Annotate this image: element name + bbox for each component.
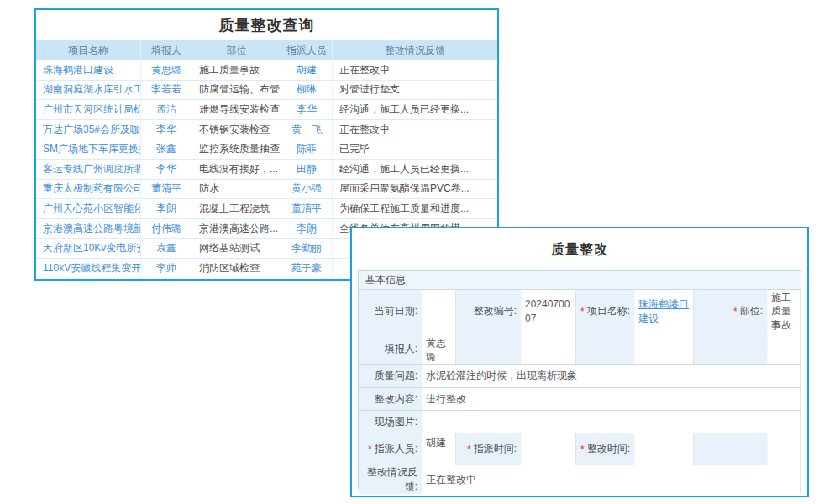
project-link[interactable]: 重庆太极制药有限公司亳州 [36, 180, 141, 199]
empty-field[interactable] [635, 333, 694, 364]
assignee-link[interactable]: 陈菲 [281, 139, 333, 159]
site-photo-label: 现场图片: [359, 411, 423, 433]
site-photo-field[interactable] [423, 411, 801, 433]
feedback-cell: 对管进行垫支 [333, 81, 497, 100]
reporter-link[interactable]: 李华 [141, 160, 192, 179]
required-asterisk: * [467, 444, 471, 455]
table-row: 珠海鹤港口建设 黄思璐 施工质量事故 胡建 正在整改中 [36, 60, 497, 81]
form-row: *指派人员: 胡建 *指派时间: *整改时间: [359, 433, 801, 465]
location-cell: 不锈钢安装检查 [192, 120, 281, 139]
query-panel-title: 质量整改查询 [36, 10, 497, 40]
empty-label [694, 433, 768, 465]
project-link[interactable]: 湖南洞庭湖水库引水工程施工 [36, 81, 141, 100]
project-link[interactable]: 110kV安徽线程集变开断线 [36, 259, 141, 279]
form-row: 整改内容: 进行整改 [359, 388, 801, 411]
empty-label [456, 333, 522, 364]
assign-time-label: *指派时间: [456, 433, 522, 465]
feedback-cell: 正在整改中 [333, 120, 497, 139]
assignee-link[interactable]: 李朗 [281, 219, 333, 239]
location-cell: 防腐管运输、布管 [192, 81, 281, 100]
rectification-content-field[interactable]: 进行整改 [423, 388, 801, 410]
project-name-field[interactable]: 珠海鹤港口建设 [635, 290, 694, 333]
assignee-field[interactable]: 胡建 [423, 433, 456, 465]
reporter-link[interactable]: 李若若 [141, 81, 192, 100]
assignee-link[interactable]: 李勤丽 [281, 239, 333, 258]
reporter-link[interactable]: 张鑫 [141, 139, 192, 159]
project-link[interactable]: 广州天心苑小区智能化系统 [36, 199, 141, 218]
section-header-basic-info: 基本信息 [359, 271, 801, 290]
query-table-header: 项目名称 填报人 部位 指派人员 整改情况反馈 [36, 40, 497, 60]
feedback-field[interactable]: 正在整改中 [423, 465, 801, 494]
feedback-label: 整改情况反馈: [359, 465, 423, 494]
assignee-label: *指派人员: [359, 433, 423, 465]
assignee-link[interactable]: 胡建 [281, 60, 333, 80]
reporter-field[interactable]: 黄思璐 [423, 333, 456, 364]
assign-time-field[interactable] [522, 433, 576, 465]
feedback-cell: 经沟通，施工人员已经更换... [333, 100, 497, 119]
location-cell: 消防区域检查 [192, 259, 281, 279]
required-asterisk: * [733, 306, 738, 318]
assignee-link[interactable]: 董清平 [281, 199, 333, 218]
feedback-cell: 已完毕 [333, 139, 497, 159]
location-cell: 京港澳高速公路... [192, 219, 281, 239]
reporter-link[interactable]: 孟洁 [141, 100, 192, 119]
reporter-label: 填报人: [359, 333, 423, 364]
project-link[interactable]: 广州市天河区统计局机房改造 [36, 100, 141, 119]
empty-field[interactable] [522, 333, 576, 364]
assignee-link[interactable]: 田静 [281, 160, 333, 179]
location-cell: 监控系统质量抽查 [192, 139, 281, 159]
rectification-code-field[interactable]: 2024070007 [522, 290, 576, 333]
required-asterisk: * [368, 444, 372, 455]
location-cell: 防水 [192, 180, 281, 199]
required-asterisk: * [580, 306, 585, 318]
project-link[interactable]: 珠海鹤港口建设 [36, 60, 141, 80]
fix-time-field[interactable] [635, 433, 694, 465]
column-header-location: 部位 [192, 40, 281, 60]
current-date-field[interactable] [423, 290, 456, 333]
reporter-link[interactable]: 李朗 [141, 199, 192, 218]
reporter-link[interactable]: 李华 [141, 120, 192, 139]
feedback-cell: 屋面采用聚氨酯保温PVC卷... [333, 180, 497, 199]
quality-issue-label: 质量问题: [359, 365, 423, 387]
empty-label [694, 333, 768, 364]
project-link[interactable]: 客运专线广州调度所装修项目 [36, 160, 141, 179]
feedback-cell: 正在整改中 [333, 60, 497, 80]
quality-rectification-detail-panel: 质量整改 基本信息 当前日期: 整改编号: 2024070007 *项目名称: … [350, 227, 809, 497]
reporter-link[interactable]: 李帅 [141, 259, 192, 279]
location-cell: 施工质量事故 [192, 60, 281, 80]
quality-issue-field[interactable]: 水泥砼灌注的时候，出现离析现象 [423, 365, 801, 387]
location-cell: 混凝土工程浇筑 [192, 199, 281, 218]
project-link[interactable]: 天府新区10Kv变电所安装工程 [36, 239, 141, 258]
form-row: 整改情况反馈: 正在整改中 [359, 465, 801, 494]
form-row: 现场图片: [359, 411, 801, 433]
reporter-link[interactable]: 袁鑫 [141, 239, 192, 258]
assignee-link[interactable]: 苑子豪 [281, 259, 333, 279]
assignee-link[interactable]: 李华 [281, 100, 333, 119]
location-cell: 网络基站测试 [192, 239, 281, 258]
project-link[interactable]: 万达广场35#会所及咖啡厅 [36, 120, 141, 139]
location-field[interactable]: 施工质量事故 [768, 290, 801, 333]
form-row: 质量问题: 水泥砼灌注的时候，出现离析现象 [359, 365, 801, 388]
project-link[interactable]: 京港澳高速公路粤境韶关至 [36, 219, 141, 239]
empty-field[interactable] [768, 433, 801, 465]
fix-time-label: *整改时间: [576, 433, 635, 465]
assignee-link[interactable]: 黄小强 [281, 180, 333, 199]
reporter-link[interactable]: 黄思璐 [141, 60, 192, 80]
feedback-cell: 为确保工程施工质量和进度... [333, 199, 497, 218]
table-row: 客运专线广州调度所装修项目 李华 电线没有接好，... 田静 经沟通，施工人员已… [36, 160, 497, 180]
reporter-link[interactable]: 付伟璐 [141, 219, 192, 239]
project-link[interactable]: 珠海鹤港口建设 [638, 297, 690, 326]
assignee-link[interactable]: 柳琳 [281, 81, 333, 100]
reporter-link[interactable]: 董清平 [141, 180, 192, 199]
empty-field[interactable] [768, 333, 801, 364]
project-link[interactable]: SM广场地下车库更换摄像头 [36, 139, 141, 159]
table-row: SM广场地下车库更换摄像头 张鑫 监控系统质量抽查 陈菲 已完毕 [36, 139, 497, 160]
column-header-reporter: 填报人 [141, 40, 192, 60]
location-cell: 电线没有接好，... [192, 160, 281, 179]
assignee-link[interactable]: 黄一飞 [281, 120, 333, 139]
table-row: 万达广场35#会所及咖啡厅 李华 不锈钢安装检查 黄一飞 正在整改中 [36, 120, 497, 140]
column-header-feedback: 整改情况反馈 [333, 40, 497, 60]
rectification-content-label: 整改内容: [359, 388, 423, 410]
basic-info-form: 基本信息 当前日期: 整改编号: 2024070007 *项目名称: 珠海鹤港口… [358, 270, 801, 489]
table-row: 湖南洞庭湖水库引水工程施工 李若若 防腐管运输、布管 柳琳 对管进行垫支 [36, 81, 497, 101]
